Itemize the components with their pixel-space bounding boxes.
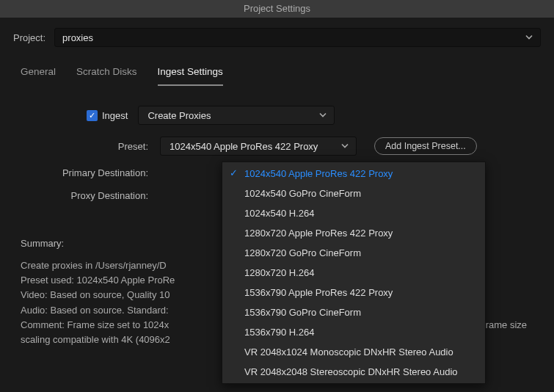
preset-value: 1024x540 Apple ProRes 422 Proxy [170,141,318,152]
preset-option[interactable]: 1024x540 GoPro CineForm [222,184,485,203]
preset-option[interactable]: 1536x790 GoPro CineForm [222,302,485,322]
preset-dropdown-menu: 1024x540 Apple ProRes 422 Proxy 1024x540… [222,161,486,384]
chevron-down-icon [341,141,349,152]
ingest-mode-value: Create Proxies [147,110,211,121]
tab-ingest-settings[interactable]: Ingest Settings [158,62,223,86]
primary-destination-label: Primary Destination: [21,167,153,178]
preset-row: Preset: 1024x540 Apple ProRes 422 Proxy … [21,137,533,156]
content-area: Project: proxies General Scratch Disks I… [0,18,554,347]
preset-dropdown[interactable]: 1024x540 Apple ProRes 422 Proxy [160,137,357,156]
preset-label: Preset: [21,141,153,152]
proxy-destination-label: Proxy Destination: [21,190,153,201]
add-ingest-preset-button[interactable]: Add Ingest Preset... [374,137,477,155]
preset-option[interactable]: 1024x540 H.264 [222,203,485,223]
tab-general[interactable]: General [21,62,56,86]
preset-option[interactable]: 1024x540 Apple ProRes 422 Proxy [222,164,485,184]
ingest-mode-dropdown[interactable]: Create Proxies [138,106,335,125]
project-row: Project: proxies [0,28,554,62]
tabs: General Scratch Disks Ingest Settings [0,62,554,87]
ingest-row: ✓ Ingest Create Proxies [21,106,533,125]
window-titlebar: Project Settings [0,0,554,18]
preset-option[interactable]: VR 2048x1024 Monoscopic DNxHR Stereo Aud… [222,342,485,362]
ingest-panel: ✓ Ingest Create Proxies Preset: 1024x540… [0,87,554,347]
chevron-down-icon [319,110,327,121]
preset-option[interactable]: 1536x790 H.264 [222,322,485,342]
ingest-label: Ingest [102,110,128,121]
project-select[interactable]: proxies [54,28,541,47]
window-title: Project Settings [244,3,310,14]
ingest-checkbox[interactable]: ✓ [87,110,98,121]
preset-option[interactable]: 1536x790 Apple ProRes 422 Proxy [222,283,485,302]
preset-option[interactable]: 1280x720 Apple ProRes 422 Proxy [222,223,485,243]
preset-option[interactable]: 1280x720 H.264 [222,263,485,283]
preset-option[interactable]: 1280x720 GoPro CineForm [222,243,485,263]
preset-option[interactable]: VR 2048x2048 Stereoscopic DNxHR Stereo A… [222,362,485,382]
project-label: Project: [13,32,45,43]
project-value: proxies [62,32,93,43]
tab-scratch-disks[interactable]: Scratch Disks [76,62,137,86]
chevron-down-icon [525,32,533,43]
summary-line: Comment: Frame size set to 1024x [21,318,169,333]
